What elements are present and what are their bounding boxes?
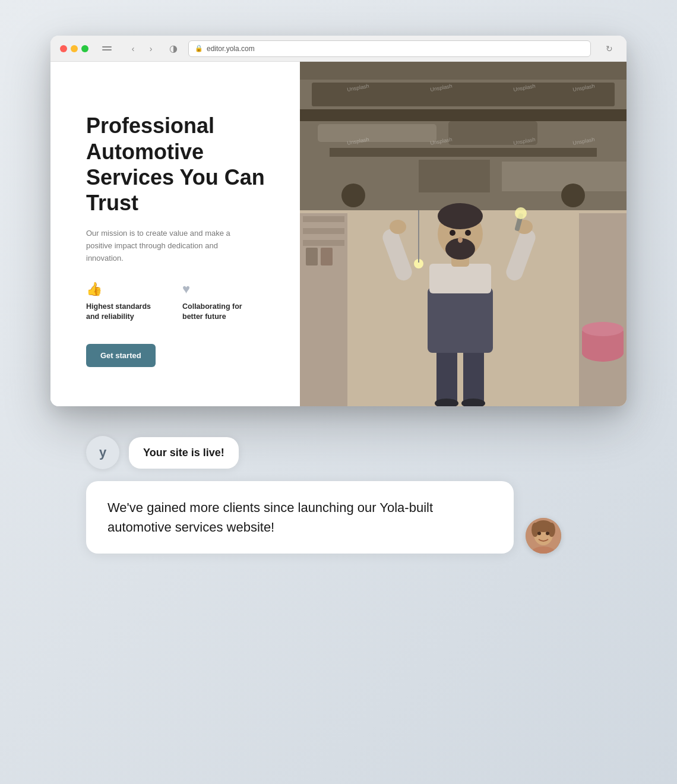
svg-rect-27 bbox=[463, 347, 484, 403]
testimonial-bubble: We've gained more clients since launchin… bbox=[86, 481, 514, 554]
notification-bubble: Your site is live! bbox=[129, 437, 239, 469]
svg-point-44 bbox=[458, 237, 463, 243]
svg-rect-33 bbox=[429, 264, 491, 293]
svg-rect-18 bbox=[306, 248, 318, 265]
svg-rect-17 bbox=[303, 240, 344, 246]
back-button[interactable]: ‹ bbox=[125, 41, 141, 56]
testimonial-message: We've gained more clients since launchin… bbox=[86, 481, 591, 554]
hero-description: Our mission is to create value and make … bbox=[86, 227, 241, 264]
url-text: editor.yola.com bbox=[207, 45, 255, 53]
svg-rect-10 bbox=[502, 162, 627, 191]
mechanic-image: Unsplash Unsplash Unsplash Unsplash Unsp… bbox=[300, 62, 627, 406]
svg-rect-9 bbox=[419, 160, 490, 192]
user-avatar-image bbox=[526, 518, 561, 554]
browser-dots bbox=[60, 45, 88, 52]
browser-window: ‹ › ◑ 🔒 editor.yola.com ↻ Professional A… bbox=[50, 36, 627, 406]
hero-image-pane: Unsplash Unsplash Unsplash Unsplash Unsp… bbox=[300, 62, 627, 406]
svg-rect-26 bbox=[436, 347, 457, 403]
address-bar[interactable]: 🔒 editor.yola.com bbox=[188, 40, 591, 57]
svg-rect-7 bbox=[330, 148, 597, 157]
svg-rect-19 bbox=[321, 248, 333, 265]
user-avatar bbox=[526, 518, 561, 554]
svg-point-43 bbox=[465, 230, 471, 236]
svg-rect-16 bbox=[303, 228, 344, 234]
minimize-dot[interactable] bbox=[71, 45, 78, 52]
feature-1-label: Highest standards and reliability bbox=[86, 302, 163, 323]
svg-rect-3 bbox=[300, 109, 627, 121]
close-dot[interactable] bbox=[60, 45, 67, 52]
svg-point-11 bbox=[341, 184, 365, 207]
browser-nav: ‹ › bbox=[125, 41, 159, 56]
svg-point-12 bbox=[561, 184, 585, 207]
hero-title: Professional Automotive Services You Can… bbox=[86, 113, 276, 216]
svg-rect-15 bbox=[303, 216, 344, 222]
reload-button[interactable]: ↻ bbox=[602, 41, 617, 56]
notification-text: Your site is live! bbox=[143, 447, 224, 459]
features-row: 👍 Highest standards and reliability ♥ Co… bbox=[86, 282, 276, 323]
svg-point-61 bbox=[546, 532, 549, 535]
svg-point-36 bbox=[390, 220, 406, 234]
forward-button[interactable]: › bbox=[143, 41, 159, 56]
svg-point-58 bbox=[532, 523, 539, 537]
svg-point-23 bbox=[582, 322, 624, 336]
feature-item-1: 👍 Highest standards and reliability bbox=[86, 282, 163, 323]
notification-message: y Your site is live! bbox=[86, 436, 591, 469]
feature-2-label: Collaborating for better future bbox=[182, 302, 260, 323]
svg-rect-1 bbox=[300, 62, 627, 80]
svg-point-60 bbox=[537, 532, 541, 535]
shield-icon: ◑ bbox=[169, 43, 178, 54]
testimonial-text: We've gained more clients since launchin… bbox=[107, 500, 433, 535]
chat-section: y Your site is live! We've gained more c… bbox=[50, 406, 627, 577]
svg-rect-4 bbox=[318, 124, 436, 142]
svg-point-59 bbox=[548, 523, 555, 537]
svg-rect-20 bbox=[579, 213, 627, 406]
feature-item-2: ♥ Collaborating for better future bbox=[182, 282, 260, 323]
svg-point-40 bbox=[438, 203, 483, 229]
svg-point-42 bbox=[450, 230, 455, 236]
maximize-dot[interactable] bbox=[81, 45, 88, 52]
yola-letter: y bbox=[99, 445, 106, 460]
browser-toolbar: ‹ › ◑ 🔒 editor.yola.com ↻ bbox=[50, 36, 627, 62]
hero-left-pane: Professional Automotive Services You Can… bbox=[50, 62, 300, 406]
yola-avatar: y bbox=[86, 436, 119, 469]
sidebar-toggle-icon[interactable] bbox=[99, 43, 115, 55]
svg-point-46 bbox=[515, 207, 527, 219]
get-started-button[interactable]: Get started bbox=[86, 344, 156, 367]
thumbs-up-icon: 👍 bbox=[86, 282, 163, 297]
browser-content: Professional Automotive Services You Can… bbox=[50, 62, 627, 406]
lock-icon: 🔒 bbox=[195, 45, 203, 52]
heart-icon: ♥ bbox=[182, 282, 260, 297]
